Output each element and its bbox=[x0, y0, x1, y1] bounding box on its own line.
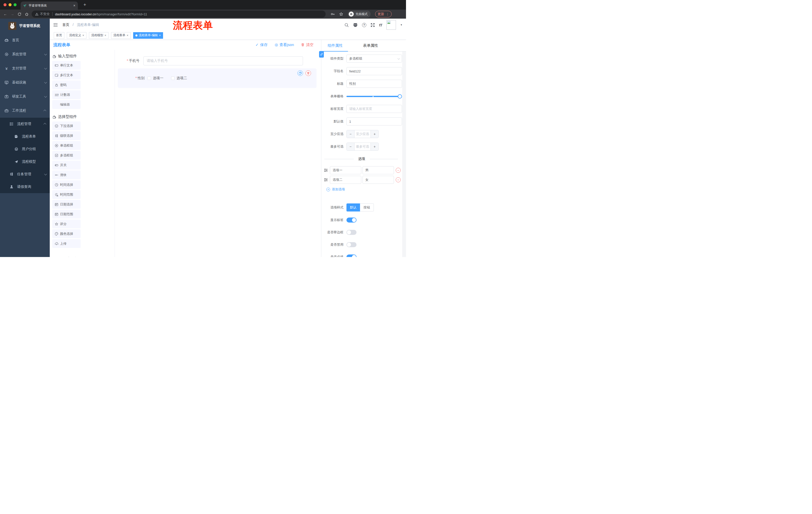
home-icon[interactable] bbox=[25, 12, 29, 16]
border-toggle[interactable] bbox=[346, 230, 356, 235]
help-icon[interactable]: ? bbox=[362, 23, 366, 27]
sidebar-item-task-mgmt[interactable]: 任务管理 bbox=[0, 168, 50, 181]
clear-button[interactable]: 清空 bbox=[301, 43, 314, 47]
slider-handle[interactable] bbox=[398, 94, 402, 99]
max-select-stepper[interactable]: − 最多可选 + bbox=[346, 142, 379, 151]
palette-item-cascader[interactable]: 级联选择 bbox=[52, 131, 81, 140]
close-window-button[interactable] bbox=[3, 3, 6, 6]
checkbox-icon[interactable] bbox=[147, 77, 151, 80]
duplicate-component-button[interactable] bbox=[297, 71, 303, 76]
palette-item-date-picker[interactable]: 日期选择 bbox=[52, 200, 81, 209]
update-button[interactable]: 更新 ⋮ bbox=[375, 11, 392, 17]
sidebar-item-infra[interactable]: 基础设施 bbox=[0, 76, 50, 89]
view-json-button[interactable]: ◎查看json bbox=[274, 43, 294, 47]
remove-option-button[interactable]: − bbox=[396, 168, 401, 173]
delete-component-button[interactable] bbox=[306, 71, 311, 76]
tab-component-props[interactable]: 组件属性 bbox=[321, 40, 349, 51]
option-value-input[interactable]: 男 bbox=[362, 166, 394, 174]
browser-tab[interactable]: 芋道管理系统 × bbox=[21, 1, 78, 9]
palette-item-password[interactable]: 密码 bbox=[52, 80, 81, 89]
sidebar-item-workflow[interactable]: 工作流程 bbox=[0, 104, 50, 118]
palette-item-rate[interactable]: 评分 bbox=[52, 219, 81, 228]
palette-item-counter[interactable]: 123计数器 bbox=[52, 90, 81, 99]
font-size-icon[interactable]: tT bbox=[379, 23, 382, 27]
key-icon[interactable] bbox=[330, 12, 335, 16]
remove-option-button[interactable]: − bbox=[396, 177, 401, 182]
option-value-input[interactable]: 女 bbox=[362, 176, 394, 184]
sidebar-item-process-form[interactable]: 流程表单 bbox=[0, 130, 50, 143]
sidebar-item-devtools[interactable]: 研发工具 bbox=[0, 89, 50, 104]
gender-option-1[interactable]: 选项一 bbox=[147, 76, 163, 80]
tab-close-icon[interactable]: × bbox=[74, 3, 76, 7]
palette-item-color-picker[interactable]: 颜色选择 bbox=[52, 229, 81, 238]
gender-field-selected[interactable]: 性别 选项一 选项二 bbox=[118, 69, 317, 88]
zoom-window-button[interactable] bbox=[13, 3, 17, 6]
tag-close-icon[interactable]: × bbox=[127, 34, 128, 37]
title-input[interactable]: 性别 bbox=[346, 80, 402, 88]
field-name-input[interactable]: field122 bbox=[346, 67, 402, 75]
style-default-button[interactable]: 默认 bbox=[346, 204, 360, 212]
tag-close-icon[interactable]: × bbox=[105, 34, 106, 37]
star-icon[interactable] bbox=[339, 12, 343, 16]
option-label-input[interactable]: 选项二 bbox=[330, 176, 361, 184]
tag-close-icon[interactable]: × bbox=[82, 34, 84, 37]
tag-process-model[interactable]: 流程模型× bbox=[89, 32, 109, 39]
default-value-input[interactable]: 1 bbox=[346, 117, 402, 126]
decrease-button[interactable]: − bbox=[347, 130, 354, 138]
sidebar-item-leave-query[interactable]: 请假查询 bbox=[0, 181, 50, 193]
fullscreen-icon[interactable] bbox=[371, 23, 375, 27]
forward-icon[interactable]: → bbox=[10, 12, 14, 16]
sidebar-logo[interactable]: 芋道管理系统 bbox=[0, 19, 50, 33]
palette-item-single-text[interactable]: 单行文本 bbox=[52, 61, 81, 70]
tag-process-form-edit[interactable]: 流程表单-编辑× bbox=[133, 32, 163, 39]
github-icon[interactable] bbox=[353, 23, 358, 27]
new-tab-button[interactable]: + bbox=[83, 2, 86, 7]
sidebar-item-payment[interactable]: ¥ 支付管理 bbox=[0, 61, 50, 76]
palette-item-checkbox-group[interactable]: 多选框组 bbox=[52, 151, 81, 160]
checkbox-icon[interactable] bbox=[171, 77, 175, 80]
save-button[interactable]: ✓保存 bbox=[256, 43, 268, 47]
show-label-toggle[interactable] bbox=[346, 218, 356, 222]
sidebar-item-process-model[interactable]: 流程模型 bbox=[0, 155, 50, 168]
palette-item-upload[interactable]: 上传 bbox=[52, 239, 81, 248]
search-icon[interactable] bbox=[344, 23, 349, 27]
phone-field[interactable]: 手机号 请输入手机号 bbox=[118, 56, 303, 65]
sidebar-item-home[interactable]: 首页 bbox=[0, 33, 50, 47]
palette-item-slider[interactable]: 滑块 bbox=[52, 170, 81, 179]
phone-input[interactable]: 请输入手机号 bbox=[143, 56, 303, 65]
minimize-window-button[interactable] bbox=[8, 3, 11, 6]
increase-button[interactable]: + bbox=[371, 143, 378, 151]
increase-button[interactable]: + bbox=[371, 130, 378, 138]
palette-item-editor[interactable]: 编辑器 bbox=[52, 100, 81, 109]
drag-handle-icon[interactable] bbox=[324, 168, 328, 172]
tag-process-form[interactable]: 流程表单× bbox=[111, 32, 130, 39]
palette-item-time-picker[interactable]: 时间选择 bbox=[52, 180, 81, 189]
sidebar-item-process-mgmt[interactable]: 流程管理 bbox=[0, 118, 50, 130]
reload-icon[interactable] bbox=[18, 12, 21, 16]
sidebar-item-system[interactable]: 系统管理 bbox=[0, 47, 50, 61]
gender-option-2[interactable]: 选项二 bbox=[171, 76, 187, 80]
drag-handle-icon[interactable] bbox=[324, 178, 328, 182]
tag-close-icon[interactable]: × bbox=[159, 34, 161, 37]
palette-item-radio-group[interactable]: 单选框组 bbox=[52, 141, 81, 150]
form-grid-slider[interactable] bbox=[346, 92, 402, 100]
component-type-select[interactable]: 多选框组 bbox=[346, 55, 402, 63]
disabled-toggle[interactable] bbox=[346, 242, 356, 247]
tab-form-props[interactable]: 表单属性 bbox=[356, 40, 385, 51]
min-select-stepper[interactable]: − 至少应选 + bbox=[346, 130, 379, 138]
add-option-button[interactable]: + 添加选项 bbox=[326, 187, 402, 192]
option-label-input[interactable]: 选项一 bbox=[330, 166, 361, 174]
window-controls[interactable] bbox=[3, 3, 17, 6]
tag-process-definition[interactable]: 流程定义× bbox=[67, 32, 86, 39]
address-bar[interactable]: 不安全 dashboard.yudao.iocoder.cn/bpm/manag… bbox=[32, 10, 326, 18]
back-icon[interactable]: ← bbox=[3, 12, 7, 16]
palette-item-time-range[interactable]: 时间范围 bbox=[52, 190, 81, 199]
palette-item-switch[interactable]: 开关 bbox=[52, 161, 81, 169]
tag-home[interactable]: 首页 bbox=[54, 32, 64, 39]
decrease-button[interactable]: − bbox=[347, 143, 354, 151]
browser-menu-icon[interactable]: ⋮ bbox=[386, 12, 389, 16]
link-icon[interactable] bbox=[319, 51, 324, 58]
palette-item-date-range[interactable]: 日期范围 bbox=[52, 210, 81, 218]
style-button-button[interactable]: 按钮 bbox=[360, 204, 374, 212]
sidebar-item-user-group[interactable]: 用户分组 bbox=[0, 143, 50, 155]
